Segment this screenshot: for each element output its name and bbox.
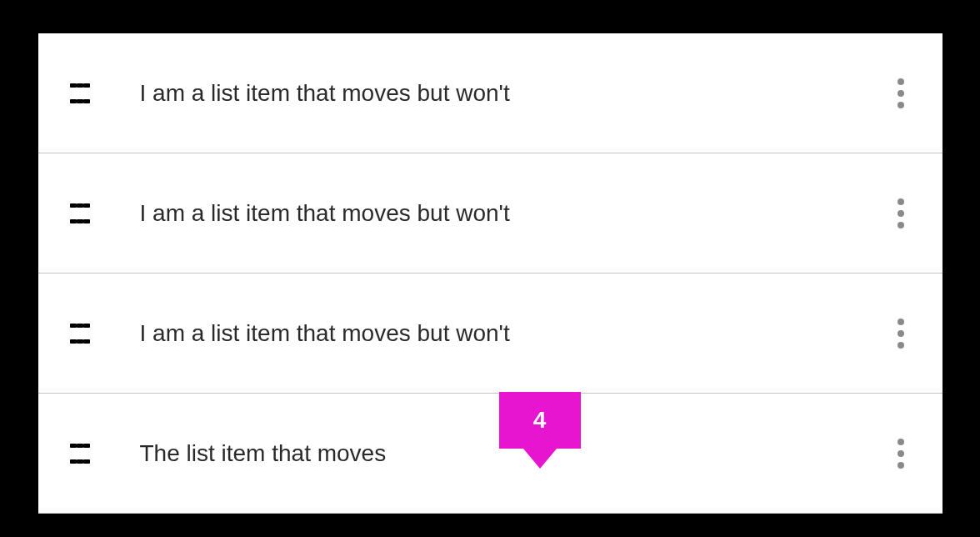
annotation-marker: 4 (499, 392, 581, 469)
more-vertical-icon (898, 319, 904, 325)
more-vertical-icon (898, 439, 904, 445)
more-vertical-icon (898, 198, 904, 205)
more-options-button[interactable] (891, 78, 911, 108)
list-item-label: I am a list item that moves but won't (140, 80, 891, 107)
annotation-badge: 4 (499, 392, 581, 449)
list-item: I am a list item that moves but won't (38, 153, 942, 274)
more-options-button[interactable] (891, 198, 911, 228)
reorderable-list: I am a list item that moves but won't I … (38, 33, 942, 514)
drag-handle-icon[interactable] (70, 83, 90, 103)
more-options-button[interactable] (891, 439, 911, 469)
list-item-label: I am a list item that moves but won't (140, 320, 891, 347)
annotation-arrow-icon (523, 449, 557, 469)
more-vertical-icon (898, 78, 904, 85)
more-options-button[interactable] (891, 319, 911, 349)
drag-handle-icon[interactable] (70, 444, 90, 464)
drag-handle-icon[interactable] (70, 324, 90, 344)
drag-handle-icon[interactable] (70, 203, 90, 223)
list-item: The list item that moves (38, 394, 942, 514)
list-item: I am a list item that moves but won't (38, 33, 942, 153)
list-item-label: I am a list item that moves but won't (140, 200, 891, 227)
annotation-number: 4 (533, 407, 547, 434)
list-item: I am a list item that moves but won't (38, 274, 942, 394)
